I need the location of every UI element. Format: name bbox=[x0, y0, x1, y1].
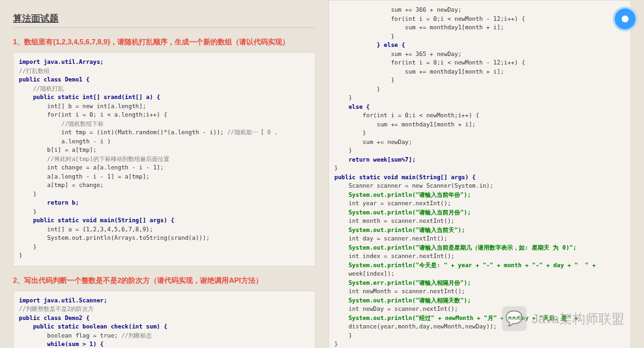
svg-point-0 bbox=[622, 16, 629, 23]
bot-icon bbox=[620, 14, 630, 24]
code-block-3: sum += 366 + newDay; for(int i = 0;i < n… bbox=[329, 0, 631, 348]
assistant-button[interactable] bbox=[613, 7, 637, 31]
left-column: 算法面试题 1、数组里有{1,2,3,4,5,6,7,8,9}，请随机打乱顺序，… bbox=[13, 0, 315, 348]
question-2: 2、写出代码判断一个整数是不是2的阶次方（请代码实现，谢绝调用API方法） bbox=[13, 276, 315, 285]
code-block-1: import java.util.Arrays; //打乱数组 public c… bbox=[13, 52, 315, 267]
question-1: 1、数组里有{1,2,3,4,5,6,7,8,9}，请随机打乱顺序，生成一个新的… bbox=[13, 37, 315, 47]
section-title: 算法面试题 bbox=[13, 13, 315, 28]
right-column: sum += 366 + newDay; for(int i = 0;i < n… bbox=[329, 0, 631, 348]
code-block-2: import java.util.Scanner; //判断整数是不是2的阶次方… bbox=[13, 291, 315, 349]
